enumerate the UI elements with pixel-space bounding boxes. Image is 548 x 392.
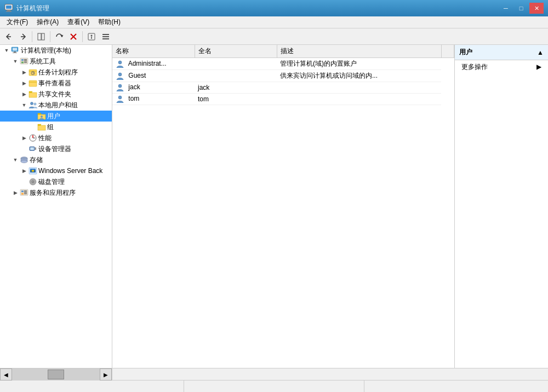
svg-rect-23 [24,62,27,63]
bottom-area: ◀ ▶ [0,368,548,380]
svg-rect-39 [35,147,36,150]
tree-item-root[interactable]: ▼ 计算机管理(本地) [0,45,112,56]
cell-description: 管理计算机(域)的内置账户 [277,58,441,70]
scroll-track[interactable] [12,368,100,381]
tree-item-device-mgr[interactable]: 设备管理器 [0,143,112,154]
menu-view[interactable]: 查看(V) [63,16,94,28]
svg-point-9 [91,34,93,36]
more-actions-label: 更多操作 [461,62,488,72]
table-row[interactable]: Guest 供来宾访问计算机或访问域的内... [112,70,454,82]
menu-help[interactable]: 帮助(H) [94,16,125,28]
shared-folders-icon [28,90,37,99]
svg-point-57 [118,84,122,88]
svg-rect-13 [102,38,109,39]
tree-item-storage[interactable]: ▼ 存储 [0,154,112,165]
svg-point-58 [118,96,122,99]
svg-point-56 [118,73,122,76]
tree-item-services[interactable]: ▶ 服务和应用程序 [0,187,112,198]
expand-services[interactable]: ▶ [11,188,20,197]
expand-shared-folders[interactable]: ▶ [20,90,28,99]
tree-label-event-viewer: 事件查看器 [38,79,71,88]
status-segment-1 [4,381,184,392]
tree-item-users[interactable]: 用户 [0,111,112,122]
expand-perf[interactable]: ▶ [20,134,28,142]
tree-panel[interactable]: ▼ 计算机管理(本地) ▼ [0,45,112,368]
tree-label-task-sched: 任务计划程序 [38,68,78,77]
back-button[interactable] [2,30,15,43]
col-fullname[interactable]: 全名 [195,45,277,58]
action-header-arrow: ▲ [537,49,544,56]
svg-rect-29 [29,80,37,87]
scroll-right-button[interactable]: ▶ [100,368,112,381]
cell-name: Administrat... [112,58,195,70]
user-icon [116,60,124,68]
table-row[interactable]: Administrat... 管理计算机(域)的内置账户 [112,58,454,70]
more-actions-arrow: ▶ [536,63,541,71]
expand-local-users[interactable]: ▼ [20,101,28,109]
tree-item-shared-folders[interactable]: ▶ 共享文件夹 [0,89,112,100]
svg-rect-20 [24,59,27,60]
svg-rect-38 [30,147,34,150]
tree-item-local-users[interactable]: ▼ 本地用户和组 [0,100,112,111]
tree-item-perf[interactable]: ▶ 性能 [0,132,112,143]
tree-label-local-users: 本地用户和组 [38,101,78,110]
svg-rect-17 [13,53,17,53]
main-layout: ▼ 计算机管理(本地) ▼ [0,45,548,368]
view-button[interactable] [99,30,112,43]
svg-rect-45 [30,169,36,170]
scroll-thumb[interactable] [48,370,64,379]
svg-point-33 [41,116,43,118]
local-users-icon [28,101,37,109]
expand-sys-tools[interactable]: ▼ [11,57,20,66]
tree-item-win-backup[interactable]: ▶ Windows Server Back [0,165,112,176]
close-button[interactable]: ✕ [529,3,544,14]
cell-name: jack [112,82,195,94]
table-row[interactable]: tom tom [112,94,454,105]
menu-action[interactable]: 操作(A) [32,16,63,28]
col-description[interactable]: 描述 [277,45,441,58]
tree-item-disk-mgr[interactable]: 磁盘管理 [0,176,112,187]
menu-file[interactable]: 文件(F) [2,16,32,28]
tree-item-sys-tools[interactable]: ▼ 系统工具 [0,56,112,67]
cell-name: tom [112,94,195,105]
forward-button[interactable] [16,30,30,43]
svg-rect-52 [24,192,27,193]
tree-label-sys-tools: 系统工具 [30,57,56,66]
expand-users [28,112,37,120]
status-segment-3 [364,381,544,392]
expand-win-backup[interactable]: ▶ [20,166,28,175]
tree-item-event-viewer[interactable]: ▶ 事件查看器 [0,78,112,89]
maximize-button[interactable]: □ [514,3,528,14]
show-tree-button[interactable] [35,30,48,43]
tree-label-groups: 组 [47,123,54,132]
title-bar-left: 计算机管理 [4,4,49,13]
svg-rect-51 [24,191,27,192]
properties-button[interactable] [85,30,98,43]
expand-event-viewer[interactable]: ▶ [20,79,28,88]
svg-rect-4 [38,33,41,40]
expand-groups [28,123,37,131]
toolbar-separator-3 [82,31,83,42]
minimize-button[interactable]: ─ [499,3,513,14]
stop-button[interactable] [67,30,80,43]
expand-task-sched[interactable]: ▶ [20,68,28,77]
tree-item-task-sched[interactable]: ▶ 任务计划程序 [0,67,112,78]
refresh-button[interactable] [53,30,66,43]
table-row[interactable]: jack jack [112,82,454,94]
toolbar-separator-1 [32,31,32,42]
expand-root[interactable]: ▼ [2,46,11,55]
col-extra [441,45,454,58]
svg-point-32 [34,103,36,105]
scroll-left-button[interactable]: ◀ [0,368,12,381]
tree-scroll-area: ◀ ▶ [0,368,112,380]
cell-description [277,94,441,105]
content-panel[interactable]: 名称 全名 描述 Administrat... 管理计算机(域)的内置账户 [112,45,455,368]
expand-storage[interactable]: ▼ [11,155,20,164]
tree-label-users: 用户 [47,112,60,121]
svg-rect-21 [24,61,27,62]
col-name[interactable]: 名称 [112,45,195,58]
tree-item-groups[interactable]: 组 [0,122,112,132]
more-actions-item[interactable]: 更多操作 ▶ [455,60,548,73]
svg-rect-30 [29,82,37,83]
computer-icon [11,46,20,55]
